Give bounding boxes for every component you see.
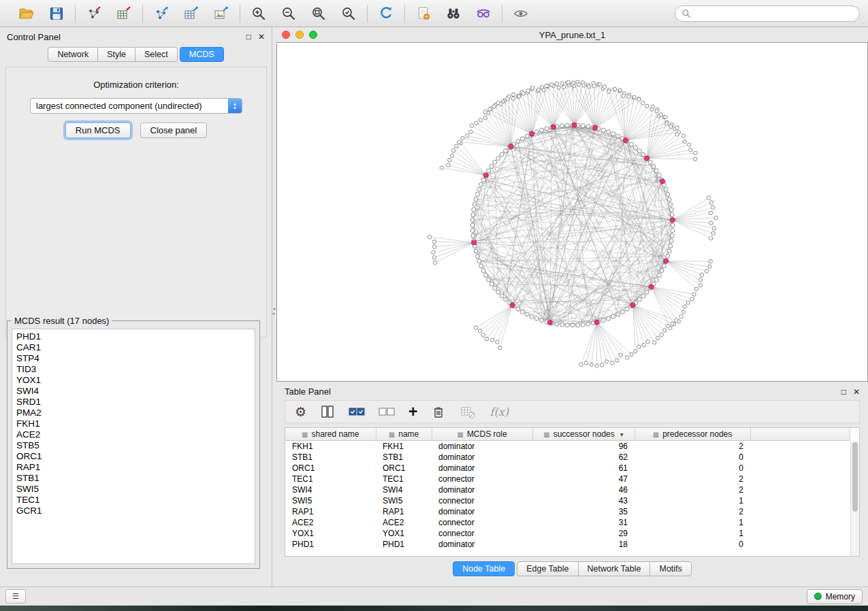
network-node[interactable] [625,307,629,311]
network-leaf-node[interactable] [675,133,679,136]
result-item[interactable]: SWI4 [16,386,255,397]
network-node[interactable] [471,213,475,217]
network-leaf-node[interactable] [566,80,570,84]
cell-role[interactable]: connector [432,517,532,528]
cell-role[interactable]: dominator [432,506,532,517]
network-leaf-node[interactable] [634,350,637,353]
result-item[interactable]: TID3 [16,364,255,375]
network-leaf-node[interactable] [517,95,521,98]
network-hub-node[interactable] [623,138,628,143]
network-leaf-node[interactable] [619,353,622,357]
network-node[interactable] [500,294,504,298]
result-item[interactable]: CAR1 [16,342,255,353]
result-item[interactable]: ORC1 [16,451,255,462]
network-leaf-node[interactable] [474,326,477,329]
network-hub-node[interactable] [660,179,665,184]
network-leaf-node[interactable] [555,82,558,85]
network-leaf-node[interactable] [587,85,590,88]
network-node[interactable] [481,269,485,273]
network-node[interactable] [607,316,611,320]
network-leaf-node[interactable] [681,310,685,314]
network-leaf-node[interactable] [711,231,715,235]
network-node[interactable] [475,193,479,197]
network-leaf-node[interactable] [481,333,485,337]
column-header-successor-nodes[interactable]: ▦successor nodes▾ [532,428,634,441]
network-node[interactable] [657,274,661,278]
network-leaf-node[interactable] [709,211,712,214]
network-leaf-node[interactable] [679,315,683,318]
optimization-criterion-select[interactable]: largest connected component (undirected)… [30,98,242,114]
network-node[interactable] [652,165,656,169]
network-leaf-node[interactable] [698,284,702,287]
network-leaf-node[interactable] [496,101,500,105]
table-row[interactable]: SWI5SWI5connector431 [285,495,850,506]
network-node[interactable] [472,208,476,212]
network-hub-node[interactable] [649,284,654,289]
network-leaf-node[interactable] [452,149,455,152]
network-leaf-node[interactable] [501,99,504,103]
search-box[interactable] [675,5,860,22]
network-node[interactable] [481,178,485,182]
network-leaf-node[interactable] [506,97,509,101]
network-leaf-node[interactable] [584,361,588,365]
show-all-button[interactable] [511,3,531,24]
network-node[interactable] [479,182,483,186]
close-panel-icon[interactable]: ✕ [258,32,265,42]
network-leaf-node[interactable] [595,364,598,367]
network-hub-node[interactable] [594,320,599,325]
memory-button[interactable]: Memory [807,589,863,604]
network-leaf-node[interactable] [526,89,530,93]
network-node[interactable] [493,161,497,165]
network-leaf-node[interactable] [675,126,679,129]
cell-predecessors[interactable]: 2 [634,474,750,484]
network-node[interactable] [669,202,673,206]
network-node[interactable] [669,244,673,248]
network-node[interactable] [648,161,652,165]
cell-successors[interactable]: 62 [532,452,634,463]
close-mcds-panel-button[interactable]: Close panel [140,122,208,138]
network-node[interactable] [545,127,549,131]
network-leaf-node[interactable] [545,84,548,87]
cell-successors[interactable]: 96 [532,441,634,452]
network-node[interactable] [586,322,590,326]
table-row[interactable]: RAP1RAP1dominator352 [285,506,850,517]
scrollbar-thumb[interactable] [852,442,858,512]
network-leaf-node[interactable] [712,227,716,230]
network-leaf-node[interactable] [454,144,457,148]
network-leaf-node[interactable] [605,360,608,363]
network-node[interactable] [540,128,544,132]
network-node[interactable] [669,208,673,212]
network-leaf-node[interactable] [461,137,464,140]
result-item[interactable]: GCR1 [16,506,255,516]
network-leaf-node[interactable] [582,84,585,87]
network-leaf-node[interactable] [466,134,469,137]
table-row[interactable]: PHD1PHD1dominator180 [285,539,850,550]
network-leaf-node[interactable] [637,97,641,101]
network-hub-node[interactable] [530,131,534,136]
network-leaf-node[interactable] [709,201,713,204]
network-window-titlebar[interactable]: YPA_prune.txt_1 [276,27,868,42]
network-node[interactable] [634,146,638,150]
network-leaf-node[interactable] [663,329,666,332]
network-leaf-node[interactable] [671,322,674,325]
network-node[interactable] [621,310,625,314]
network-node[interactable] [560,124,564,128]
result-item[interactable]: STP4 [16,353,255,364]
network-node[interactable] [493,286,497,291]
network-node[interactable] [641,152,645,156]
network-node[interactable] [576,323,580,327]
network-leaf-node[interactable] [475,121,478,125]
tab-node-table[interactable]: Node Table [453,561,515,576]
network-leaf-node[interactable] [615,359,619,362]
cell-predecessors[interactable]: 0 [634,452,750,463]
network-node[interactable] [581,124,585,128]
export-table-button[interactable] [181,3,202,24]
network-node[interactable] [474,197,478,201]
table-row[interactable]: STB1STB1dominator620 [285,452,850,463]
network-leaf-node[interactable] [485,337,488,341]
network-node[interactable] [540,318,544,323]
cell-successors[interactable]: 35 [532,506,634,517]
network-node[interactable] [474,249,478,253]
network-leaf-node[interactable] [432,240,436,244]
network-node[interactable] [586,125,590,129]
